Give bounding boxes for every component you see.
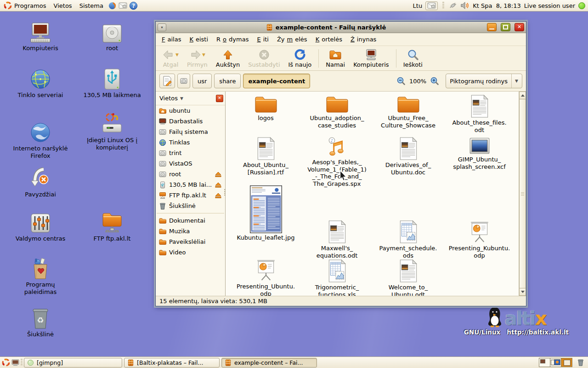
sidebar-item-vistaos[interactable]: VistaOS (156, 158, 225, 169)
sidebar-item-video[interactable]: Video (156, 247, 225, 258)
scroll-up-button[interactable] (519, 92, 526, 99)
vertical-scrollbar[interactable] (519, 92, 526, 296)
menu-zymeles[interactable]: Žymelės (273, 34, 311, 44)
view-mode-select[interactable]: Piktogramų rodinys ▼ (446, 74, 522, 88)
file-payment-schedule-ods[interactable]: Payment_schedule. ods (373, 185, 444, 259)
workspace-3-active[interactable] (561, 358, 572, 367)
desktop-icon-root[interactable]: root (78, 20, 147, 52)
speaker-icon[interactable] (460, 1, 469, 10)
sidebar-item-root[interactable]: root (156, 169, 225, 179)
crumb-share[interactable]: share (214, 74, 241, 88)
workspace-switcher[interactable] (539, 358, 572, 367)
desktop-icon-idiegti-linux-os-i-kompiuter[interactable]: Įdiegti Linux OS į kompiuterį (78, 112, 147, 151)
sidebar-item-ubuntu[interactable]: ubuntu (156, 105, 225, 116)
clock[interactable]: Kt Spa 8, 18:13 (473, 2, 521, 9)
toolbar-is-naujo-button[interactable]: Iš naujo (284, 47, 316, 69)
desktop-icon-valdymo-centras[interactable]: Valdymo centras (6, 211, 75, 242)
menu-rodymas[interactable]: Rodymas (212, 34, 253, 44)
close-button[interactable] (514, 23, 524, 31)
desktop-icon-interneto-narsykle-firefox[interactable]: Interneto naršyklė Firefox (6, 121, 75, 159)
desktop-icon-siuksline[interactable]: ♻Šiukšlinė (6, 306, 75, 338)
maximize-button[interactable] (501, 23, 510, 31)
edit-location-button[interactable] (159, 74, 175, 88)
zoom-in-button[interactable] (429, 76, 441, 86)
menu-zinynas[interactable]: Žinynas (346, 34, 380, 44)
eject-button[interactable] (215, 172, 221, 177)
toolbar-kompiuteris-button[interactable]: Kompiuteris (349, 47, 393, 69)
file-trigonometric-functions-xls[interactable]: Trigonometric_ functions.xls (301, 259, 373, 296)
sidebar-item-ftp-ftp-akl-lt[interactable]: FTP ftp.akl.lt (156, 190, 225, 201)
titlebar[interactable]: ▾ example-content - Failų naršyklė (156, 22, 526, 33)
network-icon[interactable] (449, 1, 457, 10)
menu-keisti[interactable]: Keisti (185, 34, 212, 44)
toolbar-ieskoti-button[interactable]: Ieškoti (399, 47, 427, 69)
sidebar-item-tinklas[interactable]: Tinklas (156, 137, 225, 148)
file-about-ubuntu-russian-rtf[interactable]: About_Ubuntu_ [Russian].rtf (230, 137, 301, 185)
menu-failas[interactable]: Failas (158, 34, 185, 44)
show-desktop-button[interactable] (11, 359, 19, 366)
file-kubuntu-leaflet-jpg[interactable]: Kubuntu_leaflet.jpg (230, 185, 301, 259)
desktop-icon-130-5-mb-laikmena[interactable]: 130,5 MB laikmena (78, 67, 147, 99)
file-ubuntu-free-culture-showcase[interactable]: Ubuntu_Free_ Culture_Showcase (373, 94, 444, 137)
crumb-usr[interactable]: usr (192, 74, 212, 88)
tasklist-handle[interactable] (21, 359, 23, 366)
file-logos[interactable]: logos (230, 94, 301, 137)
file-presenting-ubuntu-odp[interactable]: Presenting_Ubuntu. odp (230, 259, 301, 296)
root-crumb-button[interactable] (177, 74, 190, 88)
file-derivatives-of-ubuntu-doc[interactable]: Derivatives_of_ Ubuntu.doc (373, 137, 444, 185)
panel-menu-vietos[interactable]: Vietos (50, 0, 76, 11)
sidebar-item-label: VistaOS (169, 160, 225, 167)
launcher-mail[interactable] (119, 1, 127, 10)
desktop-icon-kompiuteris[interactable]: Kompiuteris (6, 20, 75, 52)
chevron-down-icon[interactable]: ▼ (202, 52, 205, 57)
window-menu-button[interactable]: ▾ (158, 23, 166, 31)
toolbar-aukstyn-button[interactable]: Aukštyn (212, 47, 244, 69)
launcher-firefox[interactable] (108, 1, 117, 10)
scroll-down-button[interactable] (519, 288, 526, 296)
task-example-content-fai[interactable]: example-content – Fai... (221, 358, 317, 368)
desktop-icon-pavyzdziai[interactable]: Pavyzdžiai (6, 167, 75, 198)
file-presenting-kubuntu-odp[interactable]: Presenting_Kubuntu. odp (444, 185, 515, 259)
desktop-icon-ftp-ftp-akl-lt[interactable]: FTP ftp.akl.lt (78, 211, 147, 242)
task-baltix-plakatas-fail[interactable]: [Baltix-plakatas – Fail... (124, 358, 220, 368)
eject-button[interactable] (215, 182, 221, 188)
sidebar-close-button[interactable]: ✕ (216, 95, 223, 102)
workspace-2[interactable] (550, 358, 561, 367)
panel-menu-sistema[interactable]: Sistema (76, 0, 107, 11)
file-maxwell-s-equations-odt[interactable]: Maxwell's_ equations.odt (301, 185, 373, 259)
sidebar-item-dokumentai[interactable]: Dokumentai (156, 215, 225, 226)
task-gimpng[interactable]: [gimpng] (24, 358, 122, 368)
zoom-out-button[interactable] (395, 76, 407, 86)
file-welcome-to-ubuntu-odt[interactable]: Welcome_to_ Ubuntu.odt (373, 259, 444, 296)
keyboard-layout-indicator[interactable]: Ltu (413, 2, 423, 9)
panel-menu-programos[interactable]: Programos (0, 0, 50, 11)
file-aesop-s-fables-volume-1-fabl[interactable]: ♪Aesop's_Fables,_ Volume_1_(Fable_1) _-_… (301, 137, 373, 185)
desktop-icon-programu-paleidimas[interactable]: Programų paleidimas (6, 257, 75, 295)
menu-eiti[interactable]: Eiti (253, 34, 273, 44)
sidebar-item-darbastalis[interactable]: Darbastalis (156, 116, 225, 126)
launcher-help[interactable]: ? (129, 1, 138, 10)
eject-button[interactable] (215, 193, 221, 198)
trash-applet-icon[interactable] (577, 359, 584, 366)
user-switcher[interactable]: Live session user (524, 2, 575, 9)
file-about-these-files-odt[interactable]: About_these_files. odt (444, 94, 515, 137)
scrollbar-thumb[interactable] (519, 99, 526, 288)
sidebar-item-muzika[interactable]: Muzika (156, 226, 225, 236)
mail-tray-button[interactable] (425, 1, 438, 10)
sidebar-item-failu-sistema[interactable]: Failų sistema (156, 126, 225, 137)
toolbar-namai-button[interactable]: Namai (322, 47, 349, 69)
file-gimp-ubuntu-splash-screen-xc[interactable]: GIMP_Ubuntu_ splash_screen.xcf (444, 137, 515, 185)
menu-korteles[interactable]: Kortelės (311, 34, 346, 44)
desktop-icon-tinklo-serveriai[interactable]: Tinklo serveriai (6, 67, 75, 99)
workspace-1[interactable] (539, 358, 550, 367)
minimize-button[interactable] (487, 23, 497, 31)
sidebar-item-trint[interactable]: trint (156, 148, 225, 158)
crumb-example-content[interactable]: example-content (243, 74, 310, 88)
sidebar-item-paveiksleliai[interactable]: Paveikslėliai (156, 236, 225, 247)
file-ubuntu-adoption-case-studies[interactable]: Ubuntu_adoption_ case_studies (301, 94, 373, 137)
chevron-down-icon[interactable]: ▼ (175, 52, 179, 57)
sidebar-header[interactable]: Vietos (159, 95, 178, 102)
sidebar-item-130-5-mb-lai[interactable]: 130,5 MB lai... (156, 179, 225, 190)
applet-handle[interactable] (442, 2, 444, 9)
sidebar-item-siuksline[interactable]: Šiukšlinė (156, 201, 225, 211)
